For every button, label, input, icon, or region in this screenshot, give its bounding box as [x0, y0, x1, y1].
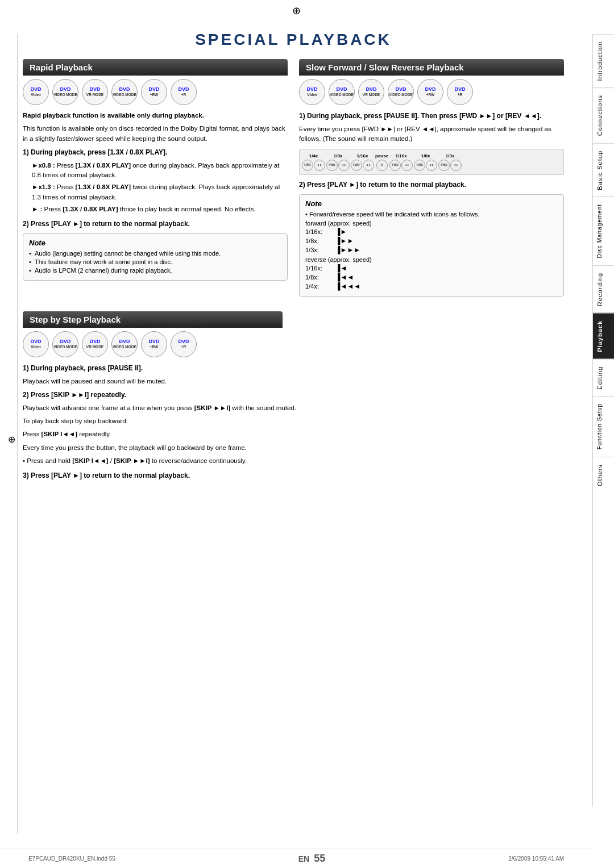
slow-playback-header: Slow Forward / Slow Reverse Playback: [299, 59, 564, 76]
slow-dvd-badge-video: DVD Video: [299, 79, 325, 105]
step-dvd-badge-video: DVD Video: [23, 331, 49, 357]
top-registration-mark: ⊕: [0, 0, 592, 19]
slow-dvd-badge-vr-mode: DVD VR MODE: [358, 79, 384, 105]
rapid-note-item-3: Audio is LPCM (2 channel) during rapid p…: [29, 267, 281, 274]
speed-1-4x: 1/4x FWD ◄►: [302, 153, 325, 171]
slow-playback-body: 1) During playback, press [PAUSE II]. Th…: [299, 111, 564, 190]
page-number: 55: [314, 853, 325, 865]
step-step2-text3: Press [SKIP I◄◄] repeatedly.: [23, 429, 564, 439]
reverse-speed-1-8x: 1/8x: ▐◄◄: [305, 273, 558, 281]
step-step2-text2: To play back step by step backward:: [23, 416, 564, 426]
slow-step1-text: Every time you press [FWD ►►] or [REV ◄◄…: [299, 124, 564, 144]
pause-block: pause II: [375, 153, 388, 171]
date-info: 2/6/2009 10:55:41 AM: [508, 856, 564, 862]
forward-speed-1-3x: 1/3x: ▐►►►: [305, 246, 558, 254]
step-step2-text4: Every time you press the button, the pla…: [23, 443, 564, 453]
dvd-badge-vr-mode: DVD VR MODE: [82, 79, 108, 105]
sidebar-tab-basic-setup[interactable]: Basic Setup: [593, 143, 615, 197]
forward-speed-label: forward (approx. speed): [305, 220, 558, 227]
speed-diagram: 1/4x FWD ◄► 1/8x FWD ◄►: [299, 149, 564, 175]
rapid-item-normal: ► : Press [1.3X / 0.8X PLAY] thrice to p…: [23, 205, 288, 214]
rapid-step2-header: 2) Press [PLAY ►] to return to the norma…: [23, 219, 288, 229]
step-dvd-badge-video-mode2: DVD VIDEO MODE: [111, 331, 138, 357]
sidebar-tab-playback[interactable]: Playback: [593, 313, 615, 359]
sidebar-tab-others[interactable]: Others: [593, 457, 615, 493]
page-wrapper: ⊕ Introduction Connections Basic Setup D…: [0, 0, 614, 868]
rapid-playback-body: Rapid playback function is available onl…: [23, 111, 288, 229]
rapid-item-1.3: ►x1.3 : Press [1.3X / 0.8X PLAY] twice d…: [23, 182, 288, 202]
right-sidebar: Introduction Connections Basic Setup Dis…: [592, 34, 614, 807]
rapid-note-title: Note: [29, 239, 281, 247]
sidebar-tab-recording[interactable]: Recording: [593, 265, 615, 313]
forward-speed-1-8x: 1/8x: ▐►►: [305, 237, 558, 245]
slow-dvd-badge-plus-r: DVD +R: [447, 79, 473, 105]
page-title: SPECIAL PLAYBACK: [23, 31, 564, 49]
step-step1-text: Playback will be paused and sound will b…: [23, 377, 564, 386]
slow-step1-header: 1) During playback, press [PAUSE II]. Th…: [299, 111, 564, 121]
rapid-playback-header: Rapid Playback: [23, 59, 288, 76]
slow-dvd-badge-video-mode: DVD VIDEO MODE: [329, 79, 355, 105]
margin-line-left: [17, 34, 18, 834]
slow-note-box: Note • Forward/reverse speed will be ind…: [299, 194, 564, 297]
dvd-badge-plus-rw: DVD +RW: [141, 79, 167, 105]
reverse-speed-1-4x: 1/4x: ▐◄◄◄: [305, 282, 558, 290]
dvd-badge-video-mode2: DVD VIDEO MODE: [111, 79, 138, 105]
step-dvd-badge-plus-rw: DVD +RW: [141, 331, 167, 357]
dvd-badge-video: DVD Video: [23, 79, 49, 105]
step-step3-header: 3) Press [PLAY ►] to return to the norma…: [23, 470, 564, 481]
step-dvd-badge-video-mode: DVD VIDEO MODE: [52, 331, 78, 357]
slow-note-title: Note: [305, 199, 558, 208]
speed-1-8x-a: 1/8x FWD ◄►: [326, 153, 350, 171]
step-step1-header: 1) During playback, press [PAUSE II].: [23, 363, 564, 373]
slow-playback-section: Slow Forward / Slow Reverse Playback DVD…: [299, 59, 564, 301]
step-by-step-section: Step by Step Playback DVD Video DVD VIDE…: [23, 311, 564, 481]
rapid-intro-bold: Rapid playback function is available onl…: [23, 112, 204, 119]
file-info: E7PCAUD_DR420KU_EN.indd 55: [28, 856, 115, 862]
rapid-step1-header: 1) During playback, press [1.3X / 0.8X P…: [23, 147, 288, 157]
step-dvd-badge-plus-r: DVD +R: [171, 331, 197, 357]
step-step2-text1: Playback will advance one frame at a tim…: [23, 403, 564, 413]
sidebar-tab-editing[interactable]: Editing: [593, 359, 615, 397]
step-by-step-dvd-icons: DVD Video DVD VIDEO MODE DVD VR MODE DVD…: [23, 331, 564, 357]
slow-step2-header: 2) Press [PLAY ►] to return to the norma…: [299, 180, 564, 190]
slow-dvd-badge-video-mode2: DVD VIDEO MODE: [388, 79, 414, 105]
reverse-speed-1-16x: 1/16x: ▐◄: [305, 264, 558, 272]
rapid-note-item-2: This feature may not work at some point …: [29, 258, 281, 265]
forward-speed-1-16x: 1/16x: ▐►: [305, 228, 558, 236]
en-label: EN: [298, 854, 309, 863]
speed-1-8x-b: 1/8x FWD ◄►: [414, 153, 437, 171]
speed-1-16x-a: 1/16x FWD ◄►: [351, 153, 374, 171]
rapid-item-0.8: ►x0.8 : Press [1.3X / 0.8X PLAY] once du…: [23, 161, 288, 181]
rapid-note-item-1: Audio (language) setting cannot be chang…: [29, 250, 281, 257]
step-step2-note: • Press and hold [SKIP I◄◄] / [SKIP ►►I]…: [23, 456, 564, 466]
slow-playback-dvd-icons: DVD Video DVD VIDEO MODE DVD VR MODE DVD…: [299, 79, 564, 105]
bottom-bar: E7PCAUD_DR420KU_EN.indd 55 EN 55 2/6/200…: [0, 849, 592, 868]
rapid-intro-text: This function is available only on discs…: [23, 124, 288, 144]
left-registration-mark: ⊕: [8, 434, 15, 445]
step-dvd-badge-vr-mode: DVD VR MODE: [82, 331, 108, 357]
speed-1-16x-b: 1/16x FWD ◄►: [389, 153, 413, 171]
slow-note-intro: • Forward/reverse speed will be indicate…: [305, 211, 558, 218]
sidebar-tab-connections[interactable]: Connections: [593, 87, 615, 143]
speed-1-3x: 1/3x FWD ◄►: [438, 153, 462, 171]
two-column-layout: Rapid Playback DVD Video DVD VIDEO MODE …: [23, 59, 564, 301]
step-by-step-body: 1) During playback, press [PAUSE II]. Pl…: [23, 363, 564, 481]
rapid-note-box: Note Audio (language) setting cannot be …: [23, 233, 288, 281]
main-content: SPECIAL PLAYBACK Rapid Playback DVD Vide…: [0, 19, 592, 849]
dvd-badge-video-mode: DVD VIDEO MODE: [52, 79, 78, 105]
sidebar-tab-introduction[interactable]: Introduction: [593, 34, 615, 87]
slow-dvd-badge-plus-rw: DVD +RW: [417, 79, 443, 105]
sidebar-tab-disc-management[interactable]: Disc Management: [593, 197, 615, 265]
step-step2-header: 2) Press [SKIP ►►I] repeatedly.: [23, 390, 564, 400]
sidebar-tab-function-setup[interactable]: Function Setup: [593, 396, 615, 456]
reverse-speed-label: reverse (approx. speed): [305, 256, 558, 263]
rapid-playback-dvd-icons: DVD Video DVD VIDEO MODE DVD VR MODE DVD…: [23, 79, 288, 105]
rapid-playback-section: Rapid Playback DVD Video DVD VIDEO MODE …: [23, 59, 288, 301]
step-by-step-header: Step by Step Playback: [23, 311, 283, 328]
dvd-badge-plus-r: DVD +R: [171, 79, 197, 105]
